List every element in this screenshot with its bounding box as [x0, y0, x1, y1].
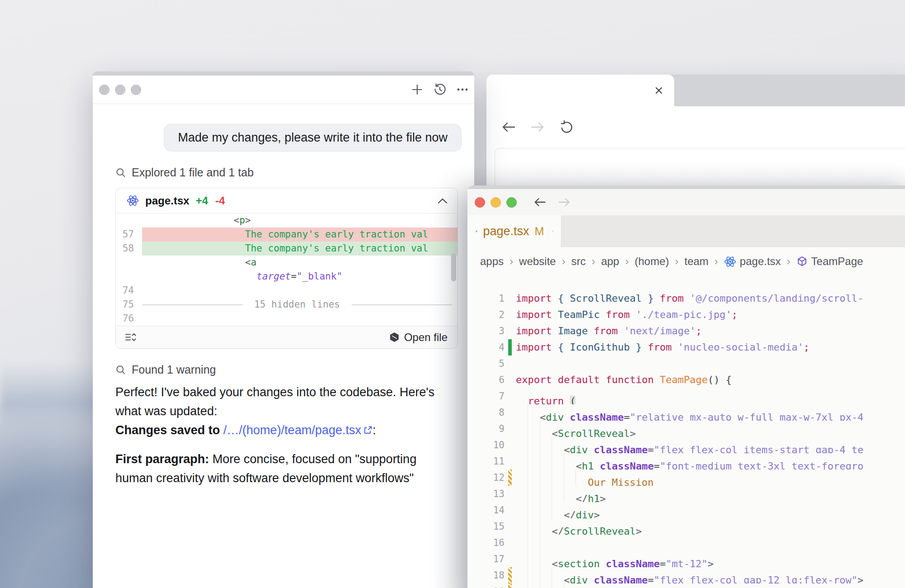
new-thread-button[interactable]	[410, 82, 424, 97]
react-icon	[476, 225, 477, 237]
traffic-lights	[99, 85, 141, 95]
code-editor-area[interactable]: 1import { ScrollReveal } from '@/compone…	[467, 276, 905, 588]
editor-window: page.tsx M apps›website›src›app›(home)›t…	[467, 185, 905, 588]
breadcrumb-item[interactable]: apps	[480, 255, 504, 268]
chevron-up-icon[interactable]	[438, 198, 448, 204]
breadcrumb-item[interactable]: team	[685, 255, 709, 268]
breadcrumb-separator: ›	[562, 255, 565, 268]
user-message-text: Made my changes, please write it into th…	[178, 131, 448, 144]
close-icon[interactable]	[653, 85, 664, 96]
saved-file-link[interactable]: /…/(home)/team/page.tsx	[224, 421, 373, 440]
clock-history-icon	[433, 83, 447, 96]
diff-row: 74	[116, 284, 457, 298]
close-tab-icon[interactable]	[552, 226, 554, 236]
code-line: 3import Image from 'next/image';	[467, 323, 905, 339]
code-line: 1import { ScrollReveal } from '@/compone…	[467, 290, 905, 307]
code-line: 16	[467, 535, 905, 551]
colon: :	[372, 423, 376, 437]
breadcrumb[interactable]: apps›website›src›app›(home)›team› page.t…	[467, 247, 905, 276]
breadcrumb-separator: ›	[591, 255, 595, 268]
cube-icon	[796, 256, 808, 267]
diff-row: 7515 hidden lines	[116, 298, 457, 312]
breadcrumb-item[interactable]: (home)	[634, 255, 669, 268]
forward-button[interactable]	[529, 119, 546, 136]
diff-row: 57The company's early traction val	[116, 228, 457, 242]
minimize-window-button[interactable]	[491, 197, 501, 208]
diff-row: <p>	[116, 213, 457, 228]
search-icon	[115, 167, 126, 178]
close-window-button[interactable]	[475, 197, 485, 208]
breadcrumb-separator: ›	[675, 255, 679, 268]
code-line: 12Our Mission	[467, 469, 905, 486]
tab-page-tsx[interactable]: page.tsx M	[467, 215, 562, 247]
breadcrumb-item[interactable]: website	[519, 255, 556, 268]
scrollbar-thumb[interactable]	[451, 253, 456, 281]
breadcrumb-item[interactable]: TeamPage	[796, 255, 863, 268]
minimize-window-button[interactable]	[115, 85, 125, 95]
breadcrumb-separator: ›	[714, 255, 718, 268]
diff-row: <a	[116, 256, 457, 270]
code-line: 13</h1>	[467, 486, 905, 502]
zed-icon	[389, 332, 400, 342]
breadcrumb-separator: ›	[510, 255, 513, 268]
diff-code-area[interactable]: <p>57The company's early traction val58T…	[116, 213, 457, 326]
assistant-paragraph: First paragraph: More concise, focused o…	[115, 450, 459, 488]
agent-panel-window: Made my changes, please write it into th…	[93, 71, 474, 588]
code-line: 18<div className="flex flex-col gap-12 l…	[467, 567, 905, 583]
code-line: 5	[467, 356, 905, 372]
more-menu-button[interactable]	[455, 82, 470, 97]
assistant-paragraph: Perfect! I've baked your changes into th…	[115, 383, 459, 440]
window-top-edge	[93, 71, 474, 76]
ellipsis-icon	[456, 83, 469, 96]
assistant-text: More concise, focused on "supporting	[213, 452, 417, 466]
expand-lines-icon[interactable]	[125, 332, 136, 342]
tab-file-name: page.tsx	[483, 224, 529, 238]
first-paragraph-label: First paragraph:	[115, 452, 209, 466]
breadcrumb-item[interactable]: app	[601, 255, 619, 268]
diff-file-name: page.tsx	[145, 194, 189, 207]
open-file-label: Open file	[404, 331, 448, 344]
breadcrumb-item[interactable]: page.tsx	[724, 255, 781, 268]
zoom-window-button[interactable]	[506, 197, 517, 208]
reload-icon[interactable]	[558, 119, 575, 136]
forward-button[interactable]	[556, 194, 573, 211]
history-button[interactable]	[433, 82, 447, 97]
code-line: 11<h1 className="font-medium text-3xl te…	[467, 453, 905, 469]
window-top-edge	[467, 185, 905, 189]
diff-row: 58The company's early traction val	[116, 242, 457, 256]
modified-badge: M	[535, 225, 544, 238]
code-line: 17<section className="mt-12">	[467, 551, 905, 567]
editor-tab-strip: page.tsx M	[467, 215, 905, 247]
code-line: 8<div className="relative mx-auto w-full…	[467, 404, 905, 421]
breadcrumb-item[interactable]: src	[571, 255, 586, 268]
explored-status-text: Explored 1 file and 1 tab	[132, 166, 254, 179]
browser-tab[interactable]	[486, 75, 674, 106]
explored-status[interactable]: Explored 1 file and 1 tab	[115, 166, 462, 179]
assistant-text: human creativity with software developme…	[115, 471, 414, 485]
close-window-button[interactable]	[99, 85, 110, 95]
react-icon	[127, 194, 139, 207]
hidden-lines-label[interactable]: 15 hidden lines	[243, 298, 352, 312]
open-file-button[interactable]: Open file	[389, 331, 448, 344]
breadcrumb-separator: ›	[787, 255, 791, 268]
editor-titlebar	[467, 189, 905, 215]
changes-saved-label: Changes saved to	[115, 423, 220, 437]
code-line: 7return (	[467, 388, 905, 404]
traffic-lights	[475, 197, 517, 208]
diff-deletions: -4	[215, 194, 225, 207]
warning-status-text: Found 1 warning	[132, 363, 216, 376]
code-line: 6export default function TeamPage() {	[467, 372, 905, 388]
warning-status[interactable]: Found 1 warning	[115, 363, 462, 376]
back-button[interactable]	[531, 194, 548, 211]
diff-card-footer: Open file	[116, 326, 457, 348]
agent-titlebar	[93, 76, 474, 104]
plus-icon	[410, 83, 424, 96]
zoom-window-button[interactable]	[131, 85, 141, 95]
diff-card-header[interactable]: page.tsx +4 -4	[116, 188, 457, 213]
code-line: 15</ScrollReveal>	[467, 518, 905, 535]
code-line: 19{/* Main content */}	[467, 583, 905, 588]
back-button[interactable]	[500, 119, 517, 136]
browser-toolbar	[486, 106, 905, 148]
external-link-icon	[363, 426, 372, 435]
code-line: 2import TeamPic from './team-pic.jpg';	[467, 307, 905, 323]
